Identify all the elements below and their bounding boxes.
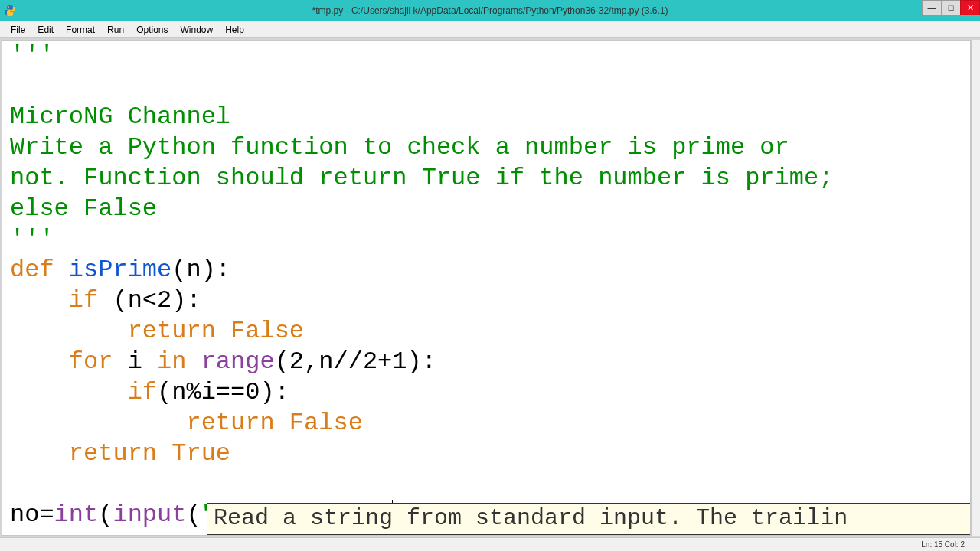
svg-point-0 [8, 6, 9, 8]
title-bar: *tmp.py - C:/Users/shajil k/AppData/Loca… [0, 0, 980, 21]
call-tip: Read a string from standard input. The t… [207, 503, 971, 535]
menu-options[interactable]: Options [130, 23, 174, 37]
menu-edit[interactable]: Edit [31, 23, 60, 37]
close-button[interactable]: ✕ [960, 0, 980, 15]
minimize-button[interactable]: — [922, 0, 942, 15]
menu-window[interactable]: Window [175, 23, 220, 37]
menu-run[interactable]: Run [101, 23, 130, 37]
window-controls: — □ ✕ [923, 0, 980, 15]
code-content[interactable]: ''' MicroNG Channel Write a Python funct… [2, 41, 970, 530]
svg-point-1 [11, 14, 12, 15]
menu-file[interactable]: File [5, 23, 31, 37]
window-title: *tmp.py - C:/Users/shajil k/AppData/Loca… [312, 5, 668, 16]
status-bar: Ln: 15 Col: 2 [0, 537, 980, 551]
maximize-button[interactable]: □ [941, 0, 961, 15]
app-icon [2, 3, 18, 18]
menu-bar: File Edit Format Run Options Window Help [0, 21, 980, 38]
vertical-scrollbar[interactable] [971, 40, 980, 536]
menu-format[interactable]: Format [60, 23, 101, 37]
code-editor[interactable]: ''' MicroNG Channel Write a Python funct… [2, 40, 971, 536]
menu-help[interactable]: Help [219, 23, 250, 37]
cursor-position: Ln: 15 Col: 2 [921, 540, 965, 549]
